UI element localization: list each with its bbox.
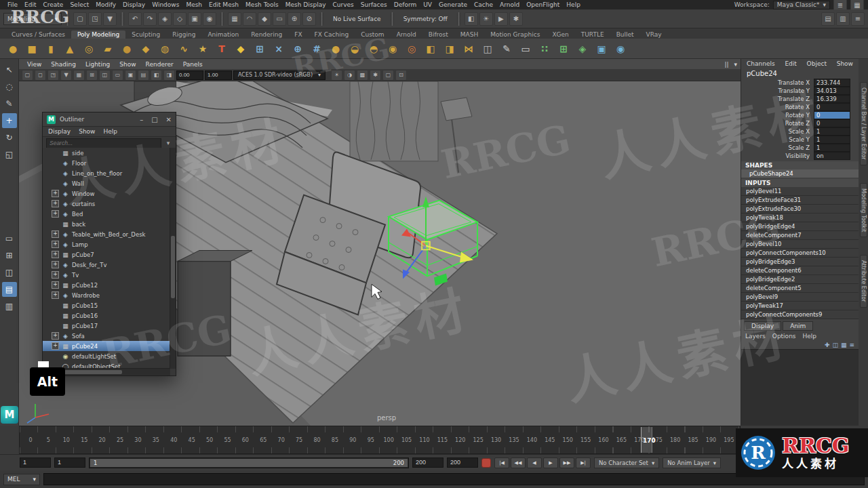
panel-menu-item[interactable]: Shading: [46, 61, 81, 68]
side-panel-tab[interactable]: Channel Box / Layer Editor: [860, 82, 867, 165]
auto-keyframe-icon[interactable]: [481, 458, 491, 468]
snap-curve-icon[interactable]: ◠: [243, 12, 256, 26]
side-panel-tab[interactable]: Modeling Toolkit: [860, 183, 867, 237]
shelf-tab[interactable]: XGen: [546, 30, 574, 39]
shelf-tab[interactable]: Sculpting: [125, 30, 166, 39]
input-node[interactable]: polyBridgeEdge3: [741, 258, 859, 266]
isolate-select-icon[interactable]: ⊡: [395, 70, 407, 81]
select-object-icon[interactable]: ◇: [173, 12, 186, 26]
playback-start-field[interactable]: [20, 458, 51, 468]
type-tool-icon[interactable]: T: [214, 41, 229, 56]
expand-toggle-icon[interactable]: [52, 291, 59, 299]
shelf-tab[interactable]: MASH: [454, 30, 484, 39]
exposure-field[interactable]: [176, 70, 203, 80]
platonic-solid-icon[interactable]: ◆: [138, 41, 153, 56]
layer-menu-item[interactable]: Layers: [745, 333, 766, 340]
select-tool-icon[interactable]: ↖: [2, 62, 17, 77]
outliner-item[interactable]: Lamp: [43, 239, 170, 249]
menu-item[interactable]: Modify: [92, 1, 119, 8]
bridge-icon[interactable]: ⋈: [461, 41, 476, 56]
time-slider[interactable]: 0510152025303540455055606570758085909510…: [19, 426, 741, 454]
anim-layer-dropdown[interactable]: No Anim Layer ▾: [663, 458, 721, 468]
outliner-item[interactable]: pCube7: [43, 249, 170, 260]
outliner-item[interactable]: pCube17: [43, 321, 170, 331]
shelf-tab[interactable]: Animation: [201, 30, 245, 39]
side-panel-tab[interactable]: Attribute Editor: [860, 255, 867, 308]
input-node[interactable]: polyBridgeEdge2: [741, 275, 859, 284]
channel-value-field[interactable]: 34.013: [814, 87, 850, 95]
rotate-tool-icon[interactable]: ↻: [2, 130, 17, 145]
channel-row[interactable]: Scale Z 1: [741, 144, 859, 152]
bullet-box-icon[interactable]: ▣: [594, 41, 609, 56]
layer-editor-tab[interactable]: Anim: [783, 321, 813, 331]
menu-item[interactable]: UV: [420, 1, 435, 8]
channel-row[interactable]: Visibility on: [741, 152, 859, 160]
outliner-item[interactable]: side: [43, 148, 170, 158]
expand-toggle-icon[interactable]: [52, 261, 59, 268]
image-plane-icon[interactable]: ▦: [73, 70, 85, 81]
combine-icon[interactable]: ◒: [347, 41, 362, 56]
menu-item[interactable]: Cache: [471, 1, 496, 8]
panel-menu-item[interactable]: Panels: [178, 61, 208, 68]
render-settings-icon[interactable]: ✱: [509, 12, 523, 26]
panel-toggle-icon[interactable]: ▥: [836, 12, 850, 26]
vertical-scrollbar[interactable]: [170, 148, 176, 369]
layer-new-icon[interactable]: ✚: [825, 342, 830, 348]
playback-button[interactable]: ◀◀: [511, 458, 526, 468]
lasso-tool-icon[interactable]: ◌: [2, 79, 17, 94]
input-node[interactable]: polyConnectComponents9: [741, 310, 859, 319]
input-node[interactable]: polyExtrudeFace31: [741, 196, 859, 205]
pin-icon[interactable]: ▾: [734, 61, 737, 68]
svg-tool-icon[interactable]: ◆: [233, 41, 248, 56]
undo-icon[interactable]: ↶: [128, 12, 142, 26]
playback-button[interactable]: ◀: [527, 458, 542, 468]
select-hierarchy-icon[interactable]: ◈: [158, 12, 172, 26]
bookmark-icon[interactable]: ▼: [60, 70, 72, 81]
camera-lock-icon[interactable]: ◻: [35, 70, 46, 81]
menu-item[interactable]: Surfaces: [357, 1, 391, 8]
scrollbar-thumb[interactable]: [171, 236, 175, 298]
script-language-dropdown[interactable]: MEL ▾: [3, 474, 40, 485]
target-weld-icon[interactable]: ⊕: [290, 41, 305, 56]
snap-plane-icon[interactable]: ▭: [273, 12, 286, 26]
poly-cone-icon[interactable]: ▲: [62, 41, 77, 56]
open-scene-icon[interactable]: ◳: [88, 12, 102, 26]
layout-hypershade-icon[interactable]: ▥: [2, 299, 17, 314]
save-scene-icon[interactable]: ▼: [103, 12, 117, 26]
channel-value-field[interactable]: 1: [814, 127, 850, 136]
outliner-item[interactable]: Line_on_the_floor: [43, 168, 170, 178]
outliner-item[interactable]: pCube15: [43, 300, 170, 310]
gate-mask-icon[interactable]: ▣: [125, 70, 136, 81]
shelf-tab[interactable]: Curves / Surfaces: [5, 30, 71, 39]
panel-menu-item[interactable]: Show: [115, 61, 140, 68]
layer-list-area[interactable]: [741, 349, 859, 426]
poly-sphere-icon[interactable]: ●: [5, 41, 20, 56]
poly-helix-icon[interactable]: ∿: [176, 41, 191, 56]
outliner-item[interactable]: Teable_with_Bed_or_Desk: [43, 229, 170, 239]
snap-point-icon[interactable]: ◆: [258, 12, 271, 26]
channel-value-field[interactable]: 1: [814, 136, 850, 144]
channelbox-menu-item[interactable]: Channels: [747, 60, 775, 67]
minimize-button[interactable]: –: [140, 116, 143, 123]
layout-single-pane-icon[interactable]: ▭: [2, 231, 17, 246]
layer-list-icon[interactable]: ≡: [849, 342, 854, 348]
channel-value-field[interactable]: 0: [814, 111, 850, 119]
channel-value-field[interactable]: 16.339: [814, 95, 850, 103]
make-live-icon[interactable]: ⊕: [288, 12, 301, 26]
extrude-icon[interactable]: ◧: [423, 41, 438, 56]
camera-attrs-icon[interactable]: ◳: [47, 70, 59, 81]
ao-icon[interactable]: ▩: [357, 70, 368, 81]
menu-item[interactable]: Select: [66, 1, 92, 8]
input-node[interactable]: deleteComponent7: [741, 231, 859, 240]
colorspace-dropdown[interactable]: ACES 1.0 SDR-video (sRGB) ▾: [233, 70, 326, 80]
input-node[interactable]: polyConnectComponents10: [741, 249, 859, 258]
shelf-tab[interactable]: Rendering: [245, 30, 288, 39]
snap-off-icon[interactable]: ⊘: [302, 12, 316, 26]
input-node[interactable]: polyBevel10: [741, 240, 859, 249]
range-slider[interactable]: 1 200: [89, 458, 409, 468]
shelf-tab[interactable]: Custom: [355, 30, 390, 39]
pencil-icon[interactable]: ✎: [499, 41, 514, 56]
expand-toggle-icon[interactable]: [52, 271, 59, 279]
menu-item[interactable]: Edit Mesh: [205, 1, 242, 8]
channel-row[interactable]: Translate Y 34.013: [741, 87, 859, 95]
